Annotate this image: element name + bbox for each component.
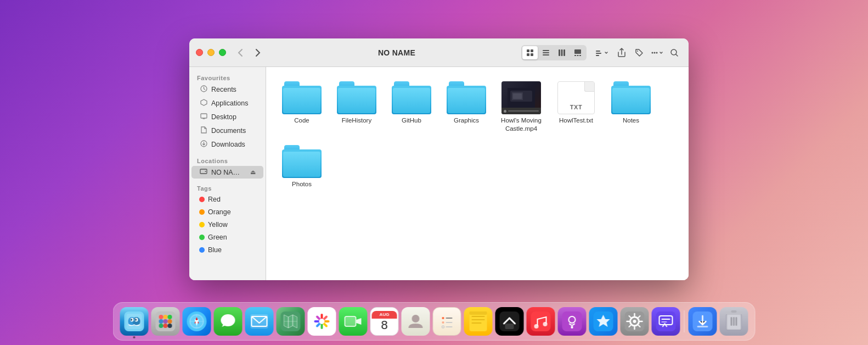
sidebar-item-tag-orange[interactable]: Orange <box>191 206 263 218</box>
svg-rect-0 <box>527 49 529 52</box>
svg-rect-101 <box>731 310 737 313</box>
drive-icon <box>199 168 208 176</box>
sidebar-item-tag-yellow[interactable]: Yellow <box>191 219 263 231</box>
finder-window: NO NAME <box>189 38 689 280</box>
dock-item-tv[interactable] <box>495 307 524 336</box>
downloads-icon <box>199 140 208 149</box>
svg-point-48 <box>168 324 172 328</box>
dock-item-maps[interactable] <box>277 307 305 336</box>
svg-point-47 <box>164 324 168 328</box>
dock-item-appstore[interactable] <box>589 307 618 336</box>
svg-point-42 <box>168 315 172 319</box>
applications-icon <box>199 99 208 108</box>
sidebar-item-applications[interactable]: Applications <box>191 97 263 110</box>
dock-item-trash[interactable] <box>720 307 748 336</box>
window-title: NO NAME <box>272 48 521 57</box>
maximize-button[interactable] <box>219 49 226 56</box>
dock-item-finder[interactable] <box>120 307 149 336</box>
svg-point-18 <box>652 52 653 53</box>
dock-item-facetime[interactable] <box>339 307 368 336</box>
eject-button[interactable]: ⏏ <box>250 169 256 176</box>
file-item-photos[interactable]: Photos <box>277 142 326 192</box>
svg-rect-71 <box>446 326 453 327</box>
sidebar-item-downloads[interactable]: Downloads <box>191 138 263 151</box>
traffic-lights <box>196 49 226 56</box>
dock-item-feedback[interactable] <box>652 307 680 336</box>
tag-blue-label: Blue <box>208 246 222 254</box>
dock-item-music[interactable] <box>527 307 555 336</box>
sidebar-item-no-name[interactable]: NO NA… ⏏ <box>191 166 263 179</box>
recents-icon <box>199 85 208 94</box>
dock-item-messages[interactable] <box>214 307 243 336</box>
close-button[interactable] <box>196 49 203 56</box>
file-item-howltest-txt[interactable]: TXT HowlTest.txt <box>551 78 601 136</box>
folder-icon-github <box>392 81 431 114</box>
dock-item-reminders[interactable] <box>433 307 461 336</box>
tag-red-dot <box>199 197 205 202</box>
desktop-label: Desktop <box>211 113 236 121</box>
svg-rect-67 <box>446 318 453 319</box>
dock-item-photos[interactable] <box>308 307 336 336</box>
back-button[interactable] <box>233 45 248 60</box>
svg-rect-76 <box>470 311 487 315</box>
dock-item-notes[interactable] <box>464 307 493 336</box>
dock-item-contacts[interactable] <box>402 307 430 336</box>
file-item-howls-castle[interactable]: Howl's Moving Castle.mp4 <box>497 78 546 136</box>
svg-point-88 <box>633 320 636 323</box>
sidebar-item-tag-blue[interactable]: Blue <box>191 244 263 256</box>
dock-item-safari[interactable] <box>183 307 211 336</box>
icon-view-button[interactable] <box>522 46 538 59</box>
file-name-notes: Notes <box>623 116 639 125</box>
locations-section-title: Locations <box>189 155 266 165</box>
list-view-button[interactable] <box>538 46 554 59</box>
svg-point-37 <box>131 319 132 321</box>
svg-point-43 <box>159 319 164 324</box>
svg-point-80 <box>534 324 539 329</box>
tag-yellow-label: Yellow <box>208 221 228 229</box>
sidebar-item-tag-red[interactable]: Red <box>191 193 263 205</box>
more-button[interactable] <box>649 45 664 60</box>
dock-item-calendar[interactable]: AUG 8 <box>370 307 399 336</box>
svg-point-17 <box>637 51 638 52</box>
sidebar-item-documents[interactable]: Documents <box>191 124 263 137</box>
tag-orange-label: Orange <box>208 208 231 216</box>
svg-point-45 <box>168 319 172 324</box>
share-button[interactable] <box>614 45 629 60</box>
svg-rect-60 <box>345 316 356 326</box>
file-item-github[interactable]: GitHub <box>387 78 436 136</box>
file-name-howls-castle: Howl's Moving Castle.mp4 <box>500 116 543 133</box>
svg-rect-8 <box>561 49 563 56</box>
group-button[interactable] <box>592 47 612 59</box>
gallery-view-button[interactable] <box>570 46 585 59</box>
svg-rect-3 <box>531 53 533 56</box>
sidebar-item-recents[interactable]: Recents <box>191 83 263 96</box>
dock: AUG 8 <box>113 302 756 341</box>
svg-point-70 <box>442 326 444 328</box>
calendar-month: AUG <box>380 312 390 317</box>
view-buttons <box>521 45 587 60</box>
dock-item-downloads-folder[interactable] <box>689 307 717 336</box>
sidebar-item-desktop[interactable]: Desktop <box>191 110 263 124</box>
svg-rect-2 <box>527 53 529 56</box>
dock-item-podcasts[interactable] <box>558 307 587 336</box>
file-item-notes[interactable]: Notes <box>606 78 656 136</box>
file-item-graphics[interactable]: Graphics <box>442 78 491 136</box>
file-item-code[interactable]: Code <box>277 78 326 136</box>
tag-button[interactable] <box>632 45 647 60</box>
svg-rect-74 <box>472 319 485 320</box>
sidebar-item-tag-green[interactable]: Green <box>191 231 263 243</box>
file-item-filehistory[interactable]: FileHistory <box>332 78 381 136</box>
txt-type-label: TXT <box>570 104 582 110</box>
dock-item-launchpad[interactable] <box>151 307 180 336</box>
dock-item-mail[interactable] <box>245 307 274 336</box>
applications-label: Applications <box>211 99 248 107</box>
search-button[interactable] <box>667 45 682 60</box>
minimize-button[interactable] <box>207 49 215 56</box>
svg-rect-1 <box>531 49 533 52</box>
dock-divider <box>684 310 685 332</box>
forward-button[interactable] <box>250 45 266 60</box>
tag-green-label: Green <box>208 233 227 241</box>
column-view-button[interactable] <box>554 46 570 59</box>
tag-blue-dot <box>199 247 205 253</box>
dock-item-settings[interactable] <box>621 307 649 336</box>
